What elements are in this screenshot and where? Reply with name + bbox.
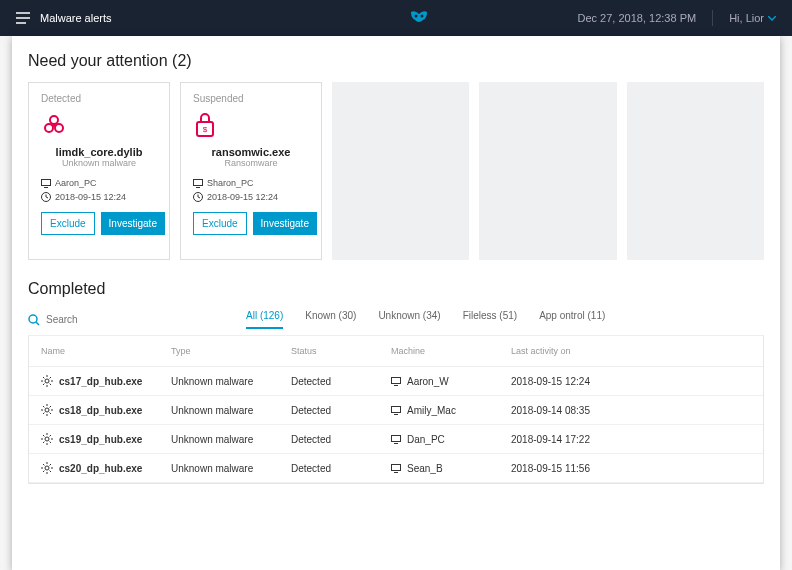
gear-icon xyxy=(41,462,53,474)
svg-point-19 xyxy=(45,466,49,470)
row-activity: 2018-09-15 12:24 xyxy=(511,376,651,387)
monitor-icon xyxy=(391,435,401,444)
svg-rect-6 xyxy=(42,179,51,185)
card-timestamp: 2018-09-15 12:24 xyxy=(193,192,309,202)
attention-cards: Detected limdk_core.dylib Unknown malwar… xyxy=(28,82,764,260)
tab-unknown[interactable]: Unknown (34) xyxy=(378,310,440,329)
svg-rect-10 xyxy=(194,179,203,185)
lock-icon: $ xyxy=(193,112,309,138)
svg-rect-14 xyxy=(392,377,401,383)
card-placeholder xyxy=(332,82,469,260)
monitor-icon xyxy=(391,377,401,386)
investigate-button[interactable]: Investigate xyxy=(101,212,165,235)
svg-point-13 xyxy=(45,379,49,383)
card-machine: Aaron_PC xyxy=(41,178,157,188)
card-timestamp: 2018-09-15 12:24 xyxy=(41,192,157,202)
col-type: Type xyxy=(171,346,291,356)
owl-logo-icon xyxy=(409,10,429,26)
monitor-icon xyxy=(391,464,401,473)
row-type: Unknown malware xyxy=(171,405,291,416)
gear-icon xyxy=(41,375,53,387)
row-name: cs19_dp_hub.exe xyxy=(59,434,142,445)
row-name: cs20_dp_hub.exe xyxy=(59,463,142,474)
card-status: Suspended xyxy=(193,93,309,104)
svg-point-3 xyxy=(45,124,53,132)
search-input[interactable] xyxy=(46,314,146,325)
row-type: Unknown malware xyxy=(171,463,291,474)
col-activity: Last activity on xyxy=(511,346,651,356)
filter-bar: All (126) Known (30) Unknown (34) Filele… xyxy=(28,310,764,336)
timestamp-label: 2018-09-15 12:24 xyxy=(55,192,126,202)
row-activity: 2018-09-14 08:35 xyxy=(511,405,651,416)
page-title: Malware alerts xyxy=(40,12,112,24)
topbar: Malware alerts Dec 27, 2018, 12:38 PM Hi… xyxy=(0,0,792,36)
exclude-button[interactable]: Exclude xyxy=(193,212,247,235)
divider xyxy=(712,10,713,26)
card-subtitle: Ransomware xyxy=(193,158,309,168)
row-type: Unknown malware xyxy=(171,434,291,445)
tab-appcontrol[interactable]: App ontrol (11) xyxy=(539,310,605,329)
row-machine: Aaron_W xyxy=(407,376,449,387)
table-row[interactable]: cs19_dp_hub.exeUnknown malwareDetectedDa… xyxy=(29,425,763,454)
svg-point-15 xyxy=(45,408,49,412)
svg-rect-20 xyxy=(392,464,401,470)
svg-point-4 xyxy=(55,124,63,132)
gear-icon xyxy=(41,433,53,445)
completed-table: Name Type Status Machine Last activity o… xyxy=(28,336,764,484)
row-status: Detected xyxy=(291,463,391,474)
table-row[interactable]: cs20_dp_hub.exeUnknown malwareDetectedSe… xyxy=(29,454,763,483)
col-machine: Machine xyxy=(391,346,511,356)
row-machine: Sean_B xyxy=(407,463,443,474)
clock-icon xyxy=(193,192,203,202)
svg-point-0 xyxy=(414,15,417,18)
biohazard-icon xyxy=(41,112,157,138)
main-content: Need your attention (2) Detected limdk_c… xyxy=(12,36,780,570)
tab-all[interactable]: All (126) xyxy=(246,310,283,329)
chevron-down-icon xyxy=(768,16,776,21)
row-type: Unknown malware xyxy=(171,376,291,387)
row-status: Detected xyxy=(291,434,391,445)
col-status: Status xyxy=(291,346,391,356)
monitor-icon xyxy=(391,406,401,415)
investigate-button[interactable]: Investigate xyxy=(253,212,317,235)
tab-known[interactable]: Known (30) xyxy=(305,310,356,329)
svg-point-2 xyxy=(50,116,58,124)
user-menu[interactable]: Hi, Lior xyxy=(729,12,776,24)
row-machine: Amily_Mac xyxy=(407,405,456,416)
svg-rect-16 xyxy=(392,406,401,412)
machine-label: Aaron_PC xyxy=(55,178,97,188)
card-filename: ransomwic.exe xyxy=(193,146,309,158)
row-activity: 2018-09-14 17:22 xyxy=(511,434,651,445)
table-row[interactable]: cs18_dp_hub.exeUnknown malwareDetectedAm… xyxy=(29,396,763,425)
menu-icon[interactable] xyxy=(16,12,30,24)
alert-card: Suspended $ ransomwic.exe Ransomware Sha… xyxy=(180,82,322,260)
search-box[interactable] xyxy=(28,314,146,326)
card-placeholder xyxy=(479,82,616,260)
attention-title: Need your attention (2) xyxy=(28,52,764,70)
filter-tabs: All (126) Known (30) Unknown (34) Filele… xyxy=(246,310,605,329)
card-filename: limdk_core.dylib xyxy=(41,146,157,158)
machine-label: Sharon_PC xyxy=(207,178,254,188)
alert-card: Detected limdk_core.dylib Unknown malwar… xyxy=(28,82,170,260)
card-subtitle: Unknown malware xyxy=(41,158,157,168)
tab-fileless[interactable]: Fileless (51) xyxy=(463,310,517,329)
table-header: Name Type Status Machine Last activity o… xyxy=(29,336,763,367)
datetime-label: Dec 27, 2018, 12:38 PM xyxy=(578,12,697,24)
greeting-label: Hi, Lior xyxy=(729,12,764,24)
svg-point-12 xyxy=(29,315,37,323)
row-machine: Dan_PC xyxy=(407,434,445,445)
table-row[interactable]: cs17_dp_hub.exeUnknown malwareDetectedAa… xyxy=(29,367,763,396)
svg-text:$: $ xyxy=(203,125,208,134)
completed-title: Completed xyxy=(28,280,764,298)
monitor-icon xyxy=(41,179,51,188)
svg-point-17 xyxy=(45,437,49,441)
clock-icon xyxy=(41,192,51,202)
card-status: Detected xyxy=(41,93,157,104)
monitor-icon xyxy=(193,179,203,188)
card-machine: Sharon_PC xyxy=(193,178,309,188)
timestamp-label: 2018-09-15 12:24 xyxy=(207,192,278,202)
col-name: Name xyxy=(41,346,171,356)
exclude-button[interactable]: Exclude xyxy=(41,212,95,235)
card-placeholder xyxy=(627,82,764,260)
gear-icon xyxy=(41,404,53,416)
